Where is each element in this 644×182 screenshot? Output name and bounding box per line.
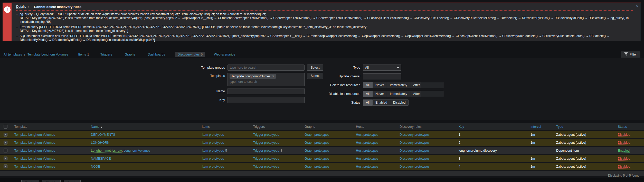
rule-name-link[interactable]: NODE (91, 165, 100, 168)
tab-discovery-rules[interactable]: Discovery rules5 (175, 52, 205, 57)
templates-multiselect[interactable]: Template Longhorn Volumes × (228, 73, 305, 86)
trigger-prototypes-link[interactable]: Trigger prototypes (253, 157, 279, 160)
item-prototypes-link[interactable]: Item prototypes (202, 133, 224, 136)
delete-lost-after-input[interactable] (421, 82, 443, 88)
graph-prototypes-link[interactable]: Graph prototypes (305, 149, 329, 152)
template-link[interactable]: Template Longhorn Volumes (14, 157, 55, 160)
status-enabled[interactable]: Enabled (373, 99, 390, 106)
status-link[interactable]: Disabled (618, 141, 630, 145)
error-message: SQL statement execution has failed "DELE… (16, 34, 633, 42)
trigger-prototypes-link[interactable]: Trigger prototypes (253, 165, 279, 168)
rule-name-link[interactable]: DEPLOYMENTS (91, 133, 115, 136)
delete-lost-resources-segmented: All Never Immediately After (363, 82, 423, 88)
item-prototypes-link[interactable]: Item prototypes (202, 141, 224, 144)
disable-button[interactable]: Disable (42, 180, 61, 182)
disable-lost-after-input[interactable] (421, 91, 443, 97)
details-toggle[interactable]: Details (16, 5, 26, 9)
filter-panel: Template groups Select Templates Templat… (0, 58, 644, 120)
table-header-row: Template Name▲ Items Triggers Graphs Hos… (0, 123, 644, 131)
trigger-prototypes-link[interactable]: Trigger prototypes (253, 149, 279, 152)
trigger-prototypes-link[interactable]: Trigger prototypes (253, 133, 279, 136)
status-label: Status (317, 99, 360, 106)
update-interval-input[interactable] (363, 73, 401, 79)
type-cell: Zabbix agent (active) (553, 139, 614, 147)
delete-lost-all[interactable]: All (363, 82, 373, 88)
disable-lost-all[interactable]: All (363, 91, 373, 97)
close-icon[interactable]: × (636, 4, 638, 8)
breadcrumb-all-templates[interactable]: All templates (4, 53, 22, 56)
template-groups-input[interactable] (228, 65, 305, 71)
discovery-prototypes-link[interactable]: Discovery prototypes (400, 149, 430, 152)
trigger-prototypes-link[interactable]: Trigger prototypes (253, 141, 279, 144)
type-cell: Dependent item (553, 147, 614, 154)
item-prototypes-link[interactable]: Item prototypes (202, 149, 224, 152)
discovery-prototypes-link[interactable]: Discovery prototypes (400, 165, 430, 168)
selected-count: 4 selected (4, 180, 18, 182)
displaying-count: Displaying 5 of 5 found (608, 174, 639, 177)
status-link[interactable]: Disabled (618, 157, 630, 161)
row-checkbox[interactable] (4, 141, 7, 144)
host-prototypes-link[interactable]: Host prototypes (356, 141, 378, 144)
header-key: Key (455, 123, 527, 131)
filter-toggle[interactable]: Filter (621, 51, 640, 58)
discovery-prototypes-link[interactable]: Discovery prototypes (400, 157, 430, 160)
breadcrumb-template[interactable]: Template Longhorn Volumes (27, 53, 68, 56)
status-link[interactable]: Disabled (618, 133, 630, 137)
header-name: Name▲ (87, 123, 198, 131)
mass-action-bar: 4 selected Enable Disable Delete (0, 178, 644, 182)
host-prototypes-link[interactable]: Host prototypes (356, 157, 378, 160)
template-link[interactable]: Template Longhorn Volumes (14, 133, 55, 136)
tab-web-scenarios[interactable]: Web scenarios (212, 52, 239, 57)
discovery-prototypes-link[interactable]: Discovery prototypes (400, 133, 430, 136)
type-cell: Zabbix agent (active) (553, 154, 614, 162)
disable-lost-immediately[interactable]: Immediately (387, 91, 410, 97)
tab-dashboards[interactable]: Dashboards (145, 52, 168, 57)
row-checkbox[interactable] (4, 157, 7, 160)
item-prototypes-link[interactable]: Item prototypes (202, 165, 224, 168)
type-cell: Zabbix agent (active) (553, 131, 614, 139)
row-checkbox[interactable] (4, 133, 7, 136)
type-cell: Zabbix agent (active) (553, 162, 614, 170)
table-filler (0, 171, 644, 176)
disable-lost-never[interactable]: Never (373, 91, 387, 97)
template-link[interactable]: Template Longhorn Volumes (14, 165, 55, 168)
status-all[interactable]: All (363, 99, 373, 106)
graph-prototypes-link[interactable]: Graph prototypes (305, 141, 329, 144)
name-input[interactable] (228, 88, 305, 94)
tab-graphs[interactable]: Graphs (122, 52, 139, 57)
graph-prototypes-link[interactable]: Graph prototypes (305, 133, 329, 136)
status-disabled[interactable]: Disabled (390, 99, 409, 106)
header-items: Items (198, 123, 250, 131)
host-prototypes-link[interactable]: Host prototypes (356, 133, 378, 136)
row-checkbox[interactable] (4, 149, 7, 152)
table-row: Template Longhorn Volumes NAMESPACE Item… (0, 154, 644, 162)
master-item-link[interactable]: Longhorn metrics raw (91, 149, 122, 153)
rule-name-link[interactable]: LONGHORN (91, 141, 109, 144)
rule-name-link[interactable]: NAMESPACE (91, 157, 111, 160)
delete-lost-never[interactable]: Never (373, 82, 387, 88)
tab-items[interactable]: Items1 (76, 52, 91, 57)
delete-button[interactable]: Delete (64, 180, 81, 182)
chip-remove-icon[interactable]: × (272, 75, 274, 78)
tab-triggers[interactable]: Triggers (98, 52, 116, 57)
rule-name-link[interactable]: Longhorn Volumes (124, 149, 150, 152)
graph-prototypes-link[interactable]: Graph prototypes (305, 165, 329, 168)
delete-lost-immediately[interactable]: Immediately (387, 82, 410, 88)
select-all-checkbox[interactable] (4, 125, 7, 129)
templates-search-input[interactable] (230, 80, 294, 84)
discovery-prototypes-link[interactable]: Discovery prototypes (400, 141, 430, 144)
template-link[interactable]: Template Longhorn Volumes (14, 149, 55, 152)
status-link[interactable]: Disabled (618, 165, 630, 169)
key-cell: 1 (455, 131, 527, 139)
template-link[interactable]: Template Longhorn Volumes (14, 141, 55, 144)
enable-button[interactable]: Enable (21, 180, 39, 182)
header-graphs: Graphs (301, 123, 352, 131)
item-prototypes-link[interactable]: Item prototypes (202, 157, 224, 160)
status-link[interactable]: Enabled (618, 149, 630, 153)
host-prototypes-link[interactable]: Host prototypes (356, 165, 378, 168)
row-checkbox[interactable] (4, 165, 7, 168)
graph-prototypes-link[interactable]: Graph prototypes (305, 157, 329, 160)
key-input[interactable] (228, 97, 305, 103)
host-prototypes-link[interactable]: Host prototypes (356, 149, 378, 152)
type-select[interactable]: All (363, 65, 401, 71)
